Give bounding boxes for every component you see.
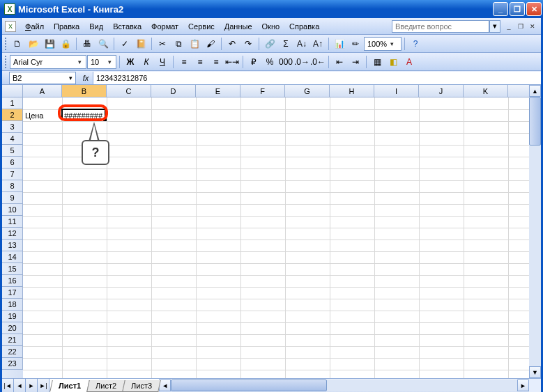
tab-nav-next[interactable]: ► [26,379,38,392]
scroll-down-button[interactable]: ▼ [529,366,541,378]
italic-button[interactable]: К [139,54,154,70]
menu-tools[interactable]: Сервис [183,20,220,33]
font-name-combo[interactable]: Arial Cyr▾ [10,55,86,69]
column-header-E[interactable]: E [196,85,240,97]
decrease-indent-icon[interactable]: ⇤ [332,54,347,70]
cells-area[interactable]: Цена#########? [23,97,541,378]
bold-button[interactable]: Ж [123,54,138,70]
tab-nav-last[interactable]: ►| [38,379,49,392]
row-header-10[interactable]: 10 [2,204,23,216]
redo-icon[interactable]: ↷ [240,36,256,52]
workbook-icon[interactable]: X [5,21,16,32]
zoom-combo[interactable]: 100%▾ [364,37,401,51]
menu-data[interactable]: Данные [220,20,257,33]
sort-desc-icon[interactable]: A↑ [310,36,326,52]
fill-color-icon[interactable]: ◧ [385,54,401,70]
row-header-3[interactable]: 3 [2,121,23,133]
copy-icon[interactable]: ⧉ [171,36,186,52]
print-preview-icon[interactable]: 🔍 [95,36,111,52]
align-right-icon[interactable]: ≡ [208,54,224,70]
tab-nav-first[interactable]: |◄ [2,379,14,392]
cell-A2[interactable]: Цена [23,109,62,121]
column-header-J[interactable]: J [419,85,464,97]
help-icon[interactable]: ? [408,36,423,52]
help-search-input[interactable] [392,20,489,33]
row-header-11[interactable]: 11 [2,216,23,228]
underline-button[interactable]: Ч [155,54,170,70]
row-header-14[interactable]: 14 [2,251,23,263]
column-header-C[interactable]: C [107,85,151,97]
menu-file[interactable]: ФФайлайл [20,20,49,33]
row-header-15[interactable]: 15 [2,263,23,275]
sheet-tab-1[interactable]: Лист1 [49,380,90,392]
row-header-12[interactable]: 12 [2,228,23,240]
row-header-6[interactable]: 6 [2,157,23,168]
column-header-F[interactable]: F [240,85,285,97]
increase-indent-icon[interactable]: ⇥ [348,54,363,70]
menu-window[interactable]: Окно [257,20,285,33]
save-icon[interactable]: 💾 [42,36,57,52]
column-header-A[interactable]: A [23,85,62,97]
font-size-combo[interactable]: 10▾ [87,55,116,69]
row-header-9[interactable]: 9 [2,192,23,204]
row-header-4[interactable]: 4 [2,133,23,145]
row-header-2[interactable]: 2 [2,109,23,121]
scroll-left-button[interactable]: ◄ [159,379,171,391]
row-header-1[interactable]: 1 [2,97,23,109]
merge-center-icon[interactable]: ⇤⇥ [224,54,240,70]
row-header-13[interactable]: 13 [2,240,23,251]
row-header-20[interactable]: 20 [2,322,23,334]
vertical-scroll-thumb[interactable] [529,97,541,146]
row-header-17[interactable]: 17 [2,287,23,299]
format-painter-icon[interactable]: 🖌 [203,36,218,52]
align-left-icon[interactable]: ≡ [176,54,192,70]
comma-icon[interactable]: 000 [278,54,293,70]
row-header-19[interactable]: 19 [2,311,23,322]
sheet-tab-2[interactable]: Лист2 [86,380,125,392]
horizontal-scroll-thumb[interactable] [171,379,327,391]
column-header-G[interactable]: G [285,85,330,97]
close-button[interactable]: ✕ [526,2,542,16]
select-all-corner[interactable] [2,85,23,97]
undo-icon[interactable]: ↶ [224,36,240,52]
column-header-I[interactable]: I [374,85,419,97]
increase-decimal-icon[interactable]: .0→ [294,54,309,70]
align-center-icon[interactable]: ≡ [192,54,208,70]
drawing-icon[interactable]: ✏ [348,36,363,52]
cell-B2[interactable]: ######### [62,109,107,121]
sheet-tab-3[interactable]: Лист3 [122,380,161,392]
workbook-restore-button[interactable]: ❐ [515,22,526,31]
hyperlink-icon[interactable]: 🔗 [262,36,277,52]
tab-nav-prev[interactable]: ◄ [14,379,26,392]
percent-icon[interactable]: % [262,54,277,70]
toolbar-handle[interactable] [5,56,8,68]
column-header-K[interactable]: K [464,85,508,97]
row-header-16[interactable]: 16 [2,275,23,287]
fx-button[interactable]: fx [79,74,93,82]
cut-icon[interactable]: ✂ [155,36,170,52]
row-header-18[interactable]: 18 [2,299,23,311]
maximize-button[interactable]: ❐ [510,2,525,16]
autosum-icon[interactable]: Σ [278,36,293,52]
row-header-8[interactable]: 8 [2,180,23,192]
scroll-right-button[interactable]: ► [517,379,529,391]
toolbar-handle[interactable] [5,38,8,50]
column-header-H[interactable]: H [330,85,374,97]
help-search-dropdown[interactable]: ▾ [489,20,500,33]
print-icon[interactable]: 🖶 [79,36,95,52]
open-icon[interactable]: 📂 [26,36,41,52]
vertical-scrollbar[interactable]: ▲ ▼ [529,97,541,378]
paste-icon[interactable]: 📋 [187,36,202,52]
spellcheck-icon[interactable]: ✓ [117,36,132,52]
row-header-21[interactable]: 21 [2,334,23,346]
row-header-5[interactable]: 5 [2,145,23,157]
permission-icon[interactable]: 🔒 [58,36,73,52]
column-header-B[interactable]: B [62,85,107,97]
borders-icon[interactable]: ▦ [369,54,385,70]
minimize-button[interactable]: _ [493,2,508,16]
menu-format[interactable]: Формат [146,20,183,33]
name-box[interactable]: B2▾ [9,72,76,84]
row-header-22[interactable]: 22 [2,346,23,358]
font-color-icon[interactable]: A [401,54,417,70]
currency-icon[interactable]: ₽ [246,54,261,70]
